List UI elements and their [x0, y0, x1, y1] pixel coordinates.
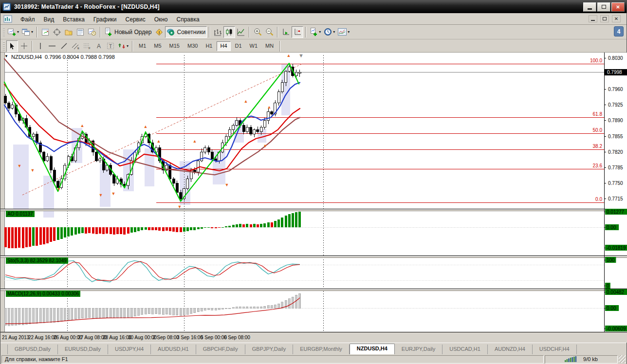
trendline-tool-button[interactable] [58, 40, 70, 52]
new-order-button[interactable]: Новый Ордер [103, 26, 153, 38]
bar-chart-button[interactable] [212, 26, 223, 38]
scroll-to-end-icon[interactable]: ▼ [298, 53, 304, 58]
crosshair-tool-button[interactable] [18, 40, 30, 52]
macd-histogram-bar [166, 308, 167, 314]
macd-histogram-bar [236, 307, 238, 308]
menu-справка[interactable]: Справка [172, 15, 204, 24]
candlestick-chart-button[interactable] [223, 26, 235, 38]
macd-histogram-bar [39, 308, 41, 323]
ao-bar [43, 227, 45, 244]
expert-advisors-button[interactable]: Советники [165, 26, 207, 38]
chart-tab-usdchf-h4[interactable]: USDCHF,H4 [533, 345, 577, 354]
text-label-tool-button[interactable]: T [105, 40, 116, 52]
timeframe-mn-button[interactable]: MN [262, 41, 277, 51]
chart-tab-usdcad-h1[interactable]: USDCAD,H1 [443, 345, 488, 354]
ao-bar [221, 227, 224, 228]
chart-area[interactable]: 100.061.850.038.223.60.0▲▲▲▲▲▲▲▼▼▼▼▼▼▼▼0… [0, 53, 627, 343]
horizontal-line-tool-button[interactable] [46, 40, 58, 52]
macd-histogram-bar [68, 308, 70, 320]
chart-shift-button[interactable] [292, 26, 303, 38]
restore-button[interactable] [597, 2, 610, 12]
line-chart-button[interactable] [235, 26, 247, 38]
profiles-button[interactable]: ▾ [20, 26, 35, 38]
strategy-tester-button[interactable] [86, 26, 98, 38]
fractal-up-icon: ▲ [244, 99, 248, 104]
chart-tab-eurusd-daily[interactable]: EURUSD,Daily [58, 345, 108, 354]
arrows-tool-button[interactable]: ▾ [116, 40, 130, 52]
ao-bar [292, 213, 294, 228]
ao-bar [32, 227, 35, 246]
templates-button[interactable]: ▾ [336, 26, 351, 38]
zoom-in-button[interactable] [252, 26, 263, 38]
toolbar-grip[interactable] [3, 41, 5, 51]
mql-community-badge[interactable]: 4 [614, 26, 624, 36]
macd-histogram-bar [155, 308, 157, 314]
chart-canvas[interactable]: 100.061.850.038.223.60.0▲▲▲▲▲▲▲▼▼▼▼▼▼▼▼0… [0, 53, 627, 343]
chart-tab-gbpchf-daily[interactable]: GBPCHF,Daily [196, 345, 245, 354]
symbol-dropdown-icon[interactable]: ▼ [4, 54, 8, 58]
periods-button[interactable]: ▾ [322, 26, 336, 38]
chart-tab-audnzd-h4[interactable]: AUDNZD,H4 [488, 345, 533, 354]
chart-tab-usdjpy-h4[interactable]: USDJPY,H4 [108, 345, 151, 354]
menu-вид[interactable]: Вид [39, 15, 59, 24]
timeframe-m1-button[interactable]: M1 [135, 41, 149, 51]
timeframe-m30-button[interactable]: M30 [184, 41, 201, 51]
fib-label: 50.0 [593, 127, 603, 133]
equidistant-channel-tool-button[interactable]: E [70, 40, 81, 52]
menu-bar: ФайлВидВставкаГрафикиСервисОкноСправка ✕ [0, 13, 627, 25]
new-chart-button[interactable]: ▾ [6, 26, 20, 38]
menu-сервис[interactable]: Сервис [121, 15, 150, 24]
macd-histogram-bar [130, 308, 132, 317]
zoom-out-button[interactable] [263, 26, 275, 38]
menu-вставка[interactable]: Вставка [58, 15, 89, 24]
market-watch-button[interactable] [39, 26, 51, 38]
candle-body [113, 174, 115, 183]
menu-графики[interactable]: Графики [89, 15, 121, 24]
vertical-line-tool-button[interactable] [35, 40, 46, 52]
alerts-icon-button[interactable]: ! [153, 26, 165, 38]
minimize-button[interactable] [583, 2, 596, 12]
symbol-ohlc-header: NZDUSD,H4 0.7996 0.8004 0.7988 0.7998 [11, 54, 115, 60]
terminal-button[interactable] [74, 26, 86, 38]
chart-tab-nzdusd-h4[interactable]: NZDUSD,H4 [350, 344, 395, 354]
chart-tab-gbpusd-daily[interactable]: GBPUSD,Daily [7, 345, 58, 354]
ao-bar [253, 224, 256, 227]
drawing-toolbar: E F A T ▾ M1M5M15M30H1H4D1W1MN [0, 40, 627, 53]
ao-bar [50, 227, 52, 242]
chart-tab-audusd-h1[interactable]: AUDUSD,H1 [151, 345, 196, 354]
timeframe-d1-button[interactable]: D1 [232, 41, 245, 51]
candle-body [32, 134, 35, 137]
chart-tab-eurjpy-daily[interactable]: EURJPY,Daily [395, 345, 443, 354]
candle-body [169, 165, 171, 179]
text-tool-button[interactable]: A [93, 40, 105, 52]
mdi-restore-button[interactable] [600, 15, 609, 22]
status-bar: Для справки, нажмите F1 9/0 kb [0, 354, 627, 364]
chart-tab-eurgbp-monthly[interactable]: EURGBP,Monthly [293, 345, 350, 354]
data-window-button[interactable] [51, 26, 63, 38]
macd-histogram-bar [64, 308, 66, 321]
menu-окно[interactable]: Окно [150, 15, 172, 24]
indicators-button[interactable]: ▾ [308, 26, 322, 38]
menu-файл[interactable]: Файл [16, 15, 39, 24]
connection-status: 9/0 kb [545, 355, 618, 364]
toolbar-grip[interactable] [3, 27, 5, 37]
resize-grip[interactable] [619, 355, 626, 363]
navigator-button[interactable] [63, 26, 74, 38]
candle-body [4, 96, 7, 103]
timeframe-w1-button[interactable]: W1 [246, 41, 261, 51]
fibonacci-tool-button[interactable]: F [81, 40, 93, 52]
timeframe-h4-button[interactable]: H4 [217, 41, 230, 51]
title-bar[interactable]: 3018992: MetaTrader 4 - RoboForex - [NZD… [0, 0, 627, 13]
mdi-close-button[interactable]: ✕ [612, 15, 621, 22]
chart-tab-gbpjpy-daily[interactable]: GBPJPY,Daily [245, 345, 294, 354]
timeframe-m15-button[interactable]: M15 [166, 41, 183, 51]
timeframe-h1-button[interactable]: H1 [202, 41, 216, 51]
auto-scroll-button[interactable] [280, 26, 292, 38]
fractal-down-icon: ▼ [31, 168, 35, 173]
macd-histogram-bar [173, 308, 175, 315]
timeframe-m5-button[interactable]: M5 [150, 41, 165, 51]
ao-bar [127, 227, 129, 234]
cursor-tool-button[interactable] [6, 40, 18, 52]
mdi-minimize-button[interactable] [589, 15, 597, 22]
close-button[interactable]: ✕ [611, 2, 625, 12]
